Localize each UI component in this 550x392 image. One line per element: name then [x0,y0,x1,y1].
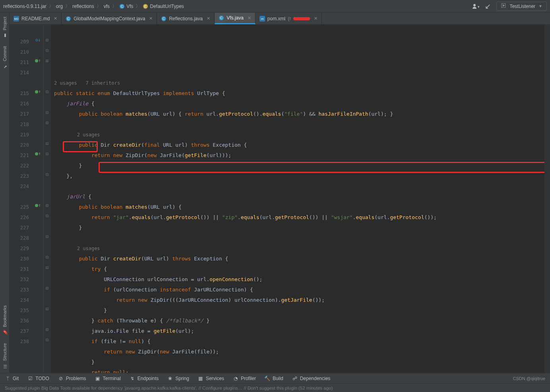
code-line[interactable]: 2 usages [54,130,544,140]
code-line[interactable] [54,233,544,243]
back-arrow-icon[interactable]: ↙ [485,2,491,11]
fold-marker[interactable]: ⊟ [44,149,50,159]
bottom-spring[interactable]: ❀ Spring [167,376,189,381]
breadcrumb-pkg-reflections[interactable]: reflections [72,4,94,9]
fold-marker [44,128,50,138]
code-line[interactable]: jarUrl { [54,192,544,202]
fold-marker[interactable]: ⊟ [44,335,50,345]
status-bar[interactable]: Suggested plugin Big Data Tools availabl… [0,383,550,392]
fold-marker [44,242,50,252]
user-icon[interactable]: ▾ [472,4,479,9]
breadcrumb-pkg-vfs[interactable]: vfs [104,4,110,9]
code-line[interactable]: public boolean matches(URL url) { return… [54,109,544,119]
code-line[interactable]: }, [54,171,544,181]
fold-marker[interactable]: ⊟ [44,45,50,56]
code-line[interactable] [54,181,544,192]
fold-gutter[interactable]: ⊟⊟⊞ ⊟ ⊟⊟ ⊟⊟ ⊟ ⊟⊟ ⊟ ⊟⊟ ⊟ ⊟ ⊟⊟ [44,25,51,373]
code-line[interactable]: } [54,305,544,316]
breadcrumb-pkg-org[interactable]: org [56,4,63,9]
fold-marker[interactable]: ⊟ [44,87,50,97]
fold-marker[interactable]: ⊟ [44,283,50,293]
line-number-gutter: 209210211214 215216217218219220221222223… [10,25,33,373]
bottom-endpoints[interactable]: ↯ Endpoints [130,376,159,381]
code-line[interactable]: return "jar".equals(url.getProtocol()) |… [54,212,544,223]
code-line[interactable]: java.io.File file = getFile(url); [54,326,544,336]
fold-marker[interactable]: ⊞ [44,56,50,66]
svg-text:MD: MD [14,17,19,20]
bottom-dependencies[interactable]: ☍ Dependencies [292,376,331,381]
fold-marker[interactable]: ⊟ [44,118,50,128]
fold-marker[interactable]: ⊟ [44,324,50,335]
code-line[interactable]: public Dir createDir(URL url) throws Exc… [54,254,544,264]
code-line[interactable]: return new ZipDir(new JarFile(file)); [54,347,544,357]
bottom-git[interactable]: ᛘ Git [5,376,19,381]
fold-marker[interactable]: ⊟ [44,304,50,314]
fold-marker[interactable]: ⊟ [44,35,50,45]
editor-tabs: MDREADME.md✕CGlobalModelMappingContext.j… [10,13,550,25]
fold-marker [44,314,50,324]
fold-marker [44,25,50,35]
code-line[interactable]: public boolean matches(URL url) { [54,202,544,212]
code-line[interactable]: } [54,161,544,171]
tool-project[interactable]: ▮ Project [1,13,9,42]
close-icon[interactable]: ✕ [149,16,153,21]
code-line[interactable]: public static enum DefaultUrlTypes imple… [54,88,544,99]
code-line[interactable]: 2 usages [54,243,544,254]
fold-marker[interactable]: ⊟ [44,169,50,180]
svg-marker-7 [503,4,505,7]
chevron-right-icon: 〉 [65,3,70,10]
endpoints-icon: ↯ [130,376,135,381]
bottom-services[interactable]: ▦ Services [198,376,224,381]
code-line[interactable]: } [54,357,544,367]
fold-marker[interactable]: ⊟ [44,231,50,242]
code-line[interactable]: return new ZipDir(new JarFile(getFile(ur… [54,150,544,161]
bottom-build[interactable]: 🔨 Build [265,376,283,381]
tool-bookmarks[interactable]: 🔖 Bookmarks [1,301,9,339]
code-line[interactable]: URLConnection urlConnection = url.openCo… [54,274,544,285]
editor-tab-reflections-java[interactable]: CReflections.java✕ [157,13,215,24]
bottom-todo[interactable]: ☑ TODO [27,376,49,381]
bottom-terminal[interactable]: ▣ Terminal [95,376,120,381]
structure-icon: ☰ [2,363,8,369]
close-icon[interactable]: ✕ [248,16,251,21]
bottom-profiler[interactable]: ◔ Profiler [233,376,256,381]
editor-tab-pom-xml[interactable]: mpom.xml(r✕ [256,13,322,24]
code-line[interactable]: if (urlConnection instanceof JarURLConne… [54,285,544,295]
code-line[interactable]: } [54,223,544,233]
code-line[interactable]: 2 usages 7 inheritors [54,78,544,88]
fold-marker [44,180,50,190]
tool-structure[interactable]: ☰ Structure [1,339,9,373]
fold-marker[interactable]: ⊟ [44,107,50,118]
fold-marker[interactable]: ⊟ [44,252,50,262]
problems-icon: ⊘ [58,376,64,381]
breadcrumb-enum[interactable]: E DefaultUrlTypes [143,4,184,9]
code-editor[interactable]: 2 usages 7 inheritorspublic static enum … [51,25,544,373]
tool-commit-label: Commit [2,46,7,61]
tool-commit[interactable]: ✔ Commit [1,42,9,73]
fold-marker[interactable]: ⊟ [44,211,50,221]
code-line[interactable]: if (file != null) { [54,336,544,347]
services-icon: ▦ [198,376,203,381]
fold-marker[interactable]: ⊟ [44,200,50,211]
code-line[interactable]: public Dir createDir(final URL url) thro… [54,140,544,150]
breadcrumb-jar[interactable]: reflections-0.9.11.jar [3,4,46,9]
code-line[interactable]: return new ZipDir(((JarURLConnection) ur… [54,295,544,305]
code-line[interactable]: return null; [54,367,544,373]
close-icon[interactable]: ✕ [207,16,210,21]
code-line[interactable] [54,119,544,130]
editor-tab-readme-md[interactable]: MDREADME.md✕ [10,13,62,24]
close-icon[interactable]: ✕ [314,16,318,21]
fold-marker[interactable]: ⊟ [44,138,50,149]
code-line[interactable]: } catch (Throwable e) { /*fallback*/ } [54,316,544,326]
bottom-problems[interactable]: ⊘ Problems [58,376,86,381]
bottom-tool-bar: ᛘ Git ☑ TODO ⊘ Problems ▣ Terminal ↯ End… [0,373,550,383]
run-config-selector[interactable]: TestListener ▼ [496,2,547,11]
code-line[interactable]: try { [54,264,544,274]
editor-right-scroll-marker[interactable] [544,25,550,373]
editor-tab-globalmodelmappingcontext-java[interactable]: CGlobalModelMappingContext.java✕ [62,13,157,24]
close-icon[interactable]: ✕ [54,16,57,21]
code-line[interactable]: jarFile { [54,99,544,109]
fold-marker[interactable]: ⊟ [44,262,50,273]
editor-tab-vfs-java[interactable]: CVfs.java✕ [215,13,256,24]
breadcrumb-class[interactable]: C Vfs [119,4,133,9]
